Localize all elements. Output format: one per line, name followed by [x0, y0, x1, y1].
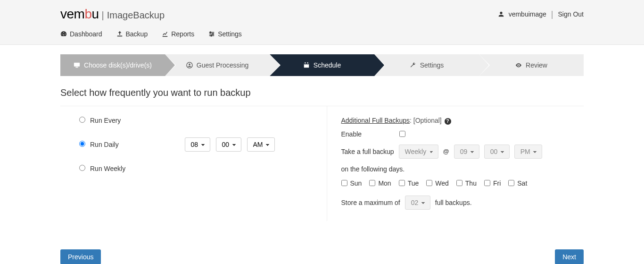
day-sat-checkbox[interactable]	[508, 180, 514, 186]
previous-button[interactable]: Previous	[60, 249, 101, 264]
svg-point-0	[210, 32, 211, 33]
store-prefix-label: Store a maximum of	[341, 199, 400, 206]
brand-logo: vembu	[60, 7, 99, 22]
run-weekly-option[interactable]: Run Weekly	[79, 165, 125, 172]
day-sun-checkbox[interactable]	[341, 180, 347, 186]
day-thu-checkbox[interactable]	[456, 180, 462, 186]
run-weekly-label: Run Weekly	[90, 165, 125, 172]
nav-backup-label: Backup	[126, 30, 148, 38]
svg-rect-4	[75, 67, 78, 68]
run-daily-label: Run Daily	[90, 141, 119, 148]
daily-hour-select[interactable]: 08	[185, 137, 210, 152]
calendar-icon	[303, 62, 310, 68]
day-thu[interactable]: Thu	[456, 179, 477, 187]
nav-reports[interactable]: Reports	[162, 30, 194, 38]
day-tue[interactable]: Tue	[399, 179, 419, 187]
full-hour-select[interactable]: 09	[454, 145, 479, 159]
svg-point-2	[211, 35, 212, 36]
nav-dashboard[interactable]: Dashboard	[60, 30, 102, 38]
brand: vembu | ImageBackup	[60, 7, 165, 22]
full-ampm-select[interactable]: PM	[514, 145, 542, 159]
following-days-label: on the following days.	[341, 165, 405, 173]
signout-link[interactable]: Sign Out	[558, 10, 584, 18]
days-group: Sun Mon Tue Wed Thu Fri Sat	[341, 179, 579, 187]
svg-rect-3	[74, 63, 80, 67]
user-circle-icon	[186, 62, 193, 68]
enable-label: Enable	[341, 130, 362, 138]
run-daily-option[interactable]: Run Daily	[79, 141, 119, 148]
main-nav: Dashboard Backup Reports Settings	[60, 26, 584, 44]
frequency-panel: Run Every Run Daily 08 00 AM Run Weekly	[60, 106, 327, 221]
wizard-step-schedule[interactable]: Schedule	[270, 54, 374, 76]
run-every-label: Run Every	[90, 117, 121, 124]
nav-settings-label: Settings	[218, 30, 242, 38]
run-daily-radio[interactable]	[79, 141, 85, 147]
day-tue-checkbox[interactable]	[399, 180, 405, 186]
svg-point-6	[189, 64, 190, 66]
nav-backup[interactable]: Backup	[116, 30, 148, 38]
monitor-icon	[74, 62, 80, 68]
run-every-option[interactable]: Run Every	[79, 117, 121, 124]
next-button[interactable]: Next	[555, 249, 584, 264]
page-title: Select how frequently you want to run ba…	[60, 87, 584, 98]
svg-rect-9	[305, 62, 305, 64]
daily-minute-select[interactable]: 00	[216, 137, 241, 152]
sliders-icon	[208, 31, 215, 37]
day-sat[interactable]: Sat	[508, 179, 527, 187]
user-icon	[498, 11, 504, 17]
dashboard-icon	[60, 31, 67, 37]
fullbackup-optional: : [Optional]	[410, 117, 442, 124]
fullbackup-heading: Additional Full Backups: [Optional] ?	[341, 117, 579, 125]
run-every-radio[interactable]	[79, 117, 85, 123]
svg-rect-8	[304, 63, 309, 65]
store-count-select[interactable]: 02	[405, 196, 430, 210]
svg-point-11	[518, 65, 520, 66]
wizard-step1-label: Choose disk(s)/drive(s)	[84, 61, 152, 69]
full-period-select[interactable]: Weekly	[399, 145, 438, 159]
wizard-step4-label: Settings	[420, 61, 444, 69]
wizard-step-choose-disks[interactable]: Choose disk(s)/drive(s)	[60, 54, 165, 76]
nav-reports-label: Reports	[171, 30, 194, 38]
wrench-icon	[410, 62, 416, 68]
upload-icon	[116, 31, 123, 37]
day-mon[interactable]: Mon	[369, 179, 391, 187]
help-icon[interactable]: ?	[445, 118, 451, 125]
username-link[interactable]: vembuimage	[509, 10, 546, 18]
wizard-step2-label: Guest Processing	[197, 61, 249, 69]
take-backup-label: Take a full backup	[341, 148, 394, 155]
day-wed[interactable]: Wed	[426, 179, 449, 187]
daily-ampm-select[interactable]: AM	[247, 137, 275, 152]
day-fri-checkbox[interactable]	[484, 180, 490, 186]
chart-icon	[162, 31, 168, 37]
eye-icon	[515, 62, 522, 68]
run-weekly-radio[interactable]	[79, 165, 85, 171]
enable-checkbox[interactable]	[399, 131, 405, 137]
nav-settings[interactable]: Settings	[208, 30, 242, 38]
full-backup-panel: Additional Full Backups: [Optional] ? En…	[327, 106, 584, 221]
day-wed-checkbox[interactable]	[426, 180, 432, 186]
brand-subtitle: ImageBackup	[107, 10, 165, 21]
svg-point-1	[213, 34, 214, 35]
user-separator: |	[551, 9, 553, 19]
day-sun[interactable]: Sun	[341, 179, 362, 187]
store-suffix-label: full backups.	[435, 199, 472, 206]
wizard-step5-label: Review	[526, 61, 547, 69]
brand-separator: |	[102, 10, 104, 21]
day-mon-checkbox[interactable]	[369, 180, 375, 186]
wizard-step-review[interactable]: Review	[479, 54, 584, 76]
full-minute-select[interactable]: 00	[484, 145, 510, 159]
nav-dashboard-label: Dashboard	[70, 30, 102, 38]
svg-rect-10	[307, 62, 308, 64]
fullbackup-title: Additional Full Backups	[341, 117, 410, 124]
wizard-steps: Choose disk(s)/drive(s) Guest Processing…	[60, 54, 584, 76]
wizard-step3-label: Schedule	[314, 61, 341, 69]
day-fri[interactable]: Fri	[484, 179, 501, 187]
wizard-step-guest-processing[interactable]: Guest Processing	[165, 54, 270, 76]
wizard-step-settings[interactable]: Settings	[374, 54, 479, 76]
at-symbol: @	[443, 148, 449, 155]
